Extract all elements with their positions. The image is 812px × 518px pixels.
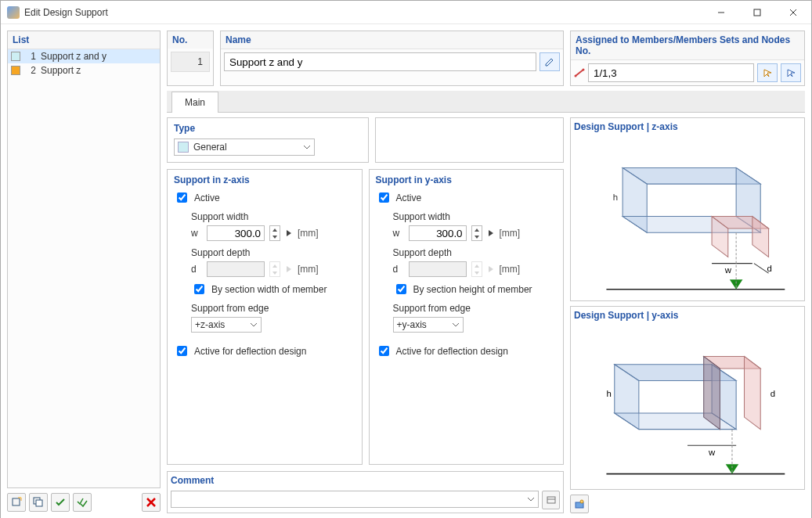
preview-z-svg: h w d [574, 135, 801, 297]
y-depth-sym: d [393, 264, 404, 275]
check-green-button[interactable] [51, 493, 70, 512]
maximize-button[interactable] [739, 1, 775, 24]
tab-main[interactable]: Main [171, 92, 218, 113]
name-header: Name [221, 31, 563, 49]
z-width-sym: w [191, 228, 202, 239]
assigned-header: Assigned to Members/Members Sets and Nod… [571, 31, 804, 60]
z-edge-combo[interactable]: +z-axis [191, 317, 262, 333]
y-active-checkbox[interactable] [379, 192, 389, 203]
y-edge-header: Support from edge [393, 303, 558, 314]
y-edge-combo[interactable]: +y-axis [393, 317, 464, 333]
list-item-number: 1 [25, 51, 36, 62]
list-item[interactable]: 2 Support z [8, 63, 160, 77]
z-width-step-icon[interactable] [285, 229, 293, 237]
comment-group: Comment [167, 471, 564, 513]
app-icon [7, 6, 20, 19]
y-width-sym: w [393, 228, 404, 239]
copy-item-button[interactable] [29, 493, 48, 512]
list-item-number: 2 [25, 65, 36, 76]
y-width-unit: [mm] [500, 228, 521, 239]
chevron-down-icon [250, 321, 258, 329]
z-depth-input [207, 261, 265, 277]
svg-text:d: d [770, 389, 775, 398]
svg-point-11 [575, 75, 577, 77]
pick-members-button[interactable] [757, 63, 778, 82]
check-multi-button[interactable] [73, 493, 92, 512]
y-depth-input [409, 261, 467, 277]
preview-y: Design Support | y-axis h d [570, 306, 805, 490]
comment-combo[interactable] [171, 491, 539, 508]
delete-item-button[interactable] [142, 493, 161, 512]
y-deflection-label: Active for deflection design [396, 346, 508, 357]
type-group: Type General [167, 117, 369, 163]
y-by-section-checkbox[interactable] [396, 284, 406, 294]
chevron-down-icon [527, 495, 535, 503]
svg-point-12 [583, 69, 585, 71]
empty-group [375, 117, 565, 163]
z-by-section-label: By section width of member [211, 284, 327, 295]
svg-text:h: h [606, 389, 611, 398]
svg-marker-35 [744, 357, 760, 430]
svg-text:h: h [613, 192, 618, 202]
edit-name-button[interactable] [540, 52, 560, 71]
z-width-input[interactable] [207, 225, 265, 241]
z-active-checkbox[interactable] [177, 192, 187, 203]
preview-settings-button[interactable] [570, 495, 589, 513]
y-depth-step-icon [487, 265, 495, 273]
svg-text:d: d [767, 264, 771, 273]
type-combo[interactable]: General [174, 138, 315, 156]
z-depth-sym: d [191, 264, 202, 275]
preview-z: Design Support | z-axis h [570, 117, 805, 301]
svg-point-45 [580, 500, 583, 503]
list-item-label: Support z [41, 65, 81, 76]
svg-line-10 [576, 70, 583, 76]
y-by-section-label: By section height of member [413, 284, 532, 295]
titlebar: Edit Design Support [1, 1, 811, 24]
assigned-input[interactable] [588, 63, 754, 82]
y-active-label: Active [396, 192, 422, 203]
y-edge-value: +y-axis [397, 319, 427, 330]
name-input[interactable] [224, 52, 536, 71]
svg-text:w: w [708, 448, 716, 457]
support-y-group: Support in y-axis Active Support width w… [369, 169, 565, 465]
comment-pick-button[interactable] [542, 491, 560, 509]
z-active-label: Active [194, 192, 220, 203]
y-depth-spinner [471, 261, 482, 277]
preview-y-title: Design Support | y-axis [574, 310, 801, 321]
y-width-spinner[interactable] [471, 225, 482, 241]
svg-rect-1 [754, 9, 760, 16]
svg-rect-4 [13, 498, 20, 505]
z-width-unit: [mm] [298, 228, 319, 239]
comment-header: Comment [171, 475, 560, 486]
y-deflection-checkbox[interactable] [379, 346, 389, 356]
z-by-section-checkbox[interactable] [194, 284, 204, 294]
close-button[interactable] [775, 1, 811, 24]
z-width-spinner[interactable] [269, 225, 280, 241]
pick-nodes-button[interactable] [781, 63, 801, 82]
preview-y-svg: h d w [574, 324, 801, 486]
svg-marker-42 [726, 464, 739, 473]
list-item-label: Support z and y [41, 51, 106, 62]
z-width-label: Support width [191, 211, 355, 222]
support-y-header: Support in y-axis [376, 174, 558, 185]
window-title: Edit Design Support [24, 7, 703, 18]
z-depth-step-icon [285, 265, 293, 273]
y-width-label: Support width [393, 211, 558, 222]
list-swatch [11, 52, 20, 61]
new-item-button[interactable] [7, 493, 26, 512]
z-deflection-label: Active for deflection design [194, 346, 306, 357]
list-swatch [11, 66, 20, 75]
z-deflection-checkbox[interactable] [177, 346, 187, 356]
minimize-button[interactable] [703, 1, 739, 24]
name-panel: Name [220, 31, 564, 86]
chevron-down-icon [303, 143, 311, 151]
svg-text:w: w [724, 265, 732, 275]
y-depth-unit: [mm] [500, 264, 521, 275]
list-item[interactable]: 1 Support z and y [8, 49, 160, 63]
support-z-header: Support in z-axis [174, 174, 355, 185]
y-width-input[interactable] [409, 225, 467, 241]
svg-rect-13 [547, 497, 555, 503]
svg-marker-36 [704, 357, 720, 430]
y-width-step-icon[interactable] [487, 229, 495, 237]
number-field[interactable]: 1 [171, 52, 210, 72]
